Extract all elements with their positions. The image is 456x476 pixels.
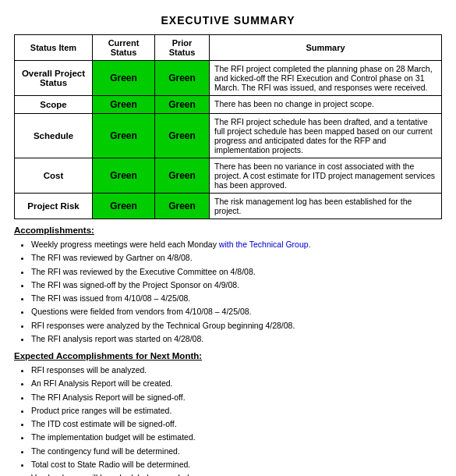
list-item: Product price ranges will be estimated. [31,404,442,417]
current-status-cell: Green [93,194,155,219]
status-item-cell: Schedule [15,114,93,158]
table-row: ScheduleGreenGreenThe RFI project schedu… [15,114,442,158]
expected-list: RFI responses will be analyzed.An RFI An… [14,364,442,476]
page-title: EXECUTIVE SUMMARY [14,14,442,27]
list-item: The RFI analysis report was started on 4… [31,332,442,345]
list-item: RFI responses will be analyzed. [31,364,442,376]
table-row: CostGreenGreenThere has been no variance… [15,158,442,194]
current-status-cell: Green [93,96,155,114]
current-status-cell: Green [93,61,155,96]
list-item: The RFI Analysis Report will be signed-o… [31,391,442,403]
accomplishments-list: Weekly progress meetings were held each … [14,238,442,345]
status-item-cell: Scope [15,96,93,114]
link-text: with the Technical Group [219,240,309,249]
col-header-status-item: Status Item [15,35,93,61]
current-status-cell: Green [93,158,155,194]
prior-status-cell: Green [155,114,210,158]
accomplishments-section: Accomplishments: Weekly progress meeting… [14,226,442,345]
list-item: The RFI was signed-off by the Project Sp… [31,279,442,291]
summary-cell: The RFI project schedule has been drafte… [210,114,442,158]
prior-status-cell: Green [155,158,210,194]
list-item: The RFI was reviewed by the Executive Co… [31,265,442,278]
table-row: Project RiskGreenGreenThe risk managemen… [15,194,442,219]
list-item: The implementation budget will be estima… [31,431,442,443]
status-item-cell: Project Risk [15,194,93,219]
expected-section: Expected Accomplishments for Next Month:… [14,351,442,476]
list-item: An RFI Analysis Report will be created. [31,377,442,389]
list-item: Questions were fielded from vendors from… [31,305,442,318]
col-header-prior: Prior Status [155,35,210,61]
list-item: Total cost to State Radio will be determ… [31,458,442,471]
list-item: The RFI was issued from 4/10/08 – 4/25/0… [31,292,442,304]
status-table: Status Item Current Status Prior Status … [14,34,442,219]
current-status-cell: Green [93,114,155,158]
table-row: ScopeGreenGreenThere has been no change … [15,96,442,114]
summary-cell: There has been no variance in cost assoc… [210,158,442,194]
status-item-cell: Overall Project Status [15,61,93,96]
list-item: RFI responses were analyzed by the Techn… [31,319,442,332]
prior-status-cell: Green [155,96,210,114]
prior-status-cell: Green [155,194,210,219]
expected-heading: Expected Accomplishments for Next Month: [14,351,442,361]
summary-cell: The RFI project completed the planning p… [210,61,442,96]
list-item: Vendor demos will be scheduled as needed… [31,471,442,476]
list-item: Weekly progress meetings were held each … [31,238,442,250]
table-row: Overall Project StatusGreenGreenThe RFI … [15,61,442,96]
summary-cell: The risk management log has been establi… [210,194,442,219]
prior-status-cell: Green [155,61,210,96]
accomplishments-heading: Accomplishments: [14,226,442,235]
list-item: The RFI was reviewed by Gartner on 4/8/0… [31,251,442,264]
col-header-current: Current Status [93,35,155,61]
summary-cell: There has been no change in project scop… [210,96,442,114]
list-item: The contingency fund will be determined. [31,445,442,457]
col-header-summary: Summary [210,35,442,61]
status-item-cell: Cost [15,158,93,194]
list-item: The ITD cost estimate will be signed-off… [31,417,442,430]
